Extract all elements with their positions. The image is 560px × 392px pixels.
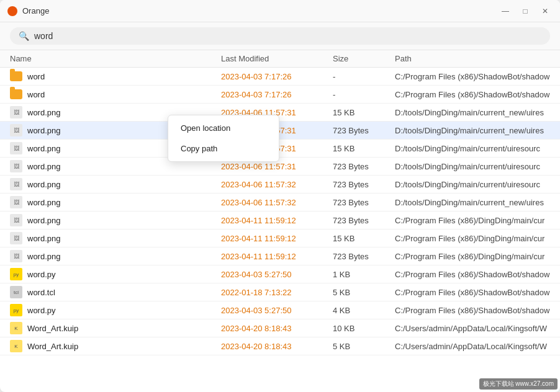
- table-row[interactable]: py word.py 2023-04-03 5:27:50 4 KB C:/Pr…: [0, 301, 560, 319]
- col-path: Path: [395, 54, 550, 63]
- image-icon: 🖼: [10, 106, 22, 118]
- file-type-icon: [10, 70, 22, 82]
- file-size: -: [333, 90, 395, 99]
- file-size: 723 Bytes: [333, 252, 395, 261]
- file-path: D:/tools/DingDing/main/current/uiresourc: [395, 180, 550, 189]
- file-size: 723 Bytes: [333, 198, 395, 207]
- table-row[interactable]: word 2023-04-03 7:17:26 - C:/Program Fil…: [0, 68, 560, 86]
- file-path: D:/tools/DingDing/main/current/uiresourc: [395, 144, 550, 153]
- main-window: Orange — □ ✕ 🔍 Name Last Modified Size P…: [0, 0, 560, 392]
- python-icon: py: [10, 304, 22, 316]
- file-name: word.py: [27, 306, 56, 315]
- table-row[interactable]: K Word_Art.kuip 2023-04-20 8:18:43 5 KB …: [0, 337, 560, 355]
- search-input-wrap: 🔍: [10, 27, 550, 45]
- search-bar: 🔍: [0, 22, 560, 50]
- file-path: C:/Program Files (x86)/DingDing/main/cur: [395, 216, 550, 225]
- python-icon: py: [10, 268, 22, 280]
- file-name-cell: 🖼 word.png: [10, 232, 221, 244]
- file-name: word.png: [27, 198, 60, 207]
- image-icon: 🖼: [10, 142, 22, 154]
- context-menu: Open location Copy path: [168, 115, 279, 162]
- file-name-cell: 🖼 word.png: [10, 250, 221, 262]
- file-size: 4 KB: [333, 306, 395, 315]
- file-name: word.py: [27, 270, 56, 279]
- file-name: word: [27, 72, 45, 81]
- file-path: D:/tools/DingDing/main/current_new/uires: [395, 198, 550, 207]
- file-list: word 2023-04-03 7:17:26 - C:/Program Fil…: [0, 68, 560, 392]
- kuip-icon: K: [10, 340, 22, 352]
- file-type-icon: 🖼: [10, 178, 22, 190]
- file-date: 2023-04-20 8:18:43: [221, 342, 333, 351]
- file-path: D:/tools/DingDing/main/current_new/uires: [395, 126, 550, 135]
- file-name-cell: K Word_Art.kuip: [10, 340, 221, 352]
- file-type-icon: 🖼: [10, 232, 22, 244]
- file-size: 15 KB: [333, 234, 395, 243]
- table-row[interactable]: 🖼 word.png 2023-04-06 11:57:31 15 KB D:/…: [0, 104, 560, 122]
- file-path: C:/Program Files (x86)/DingDing/main/cur: [395, 252, 550, 261]
- file-path: C:/Program Files (x86)/ShadowBot/shadow: [395, 288, 550, 297]
- table-row[interactable]: 🖼 word.png 2023-04-11 11:59:12 723 Bytes…: [0, 247, 560, 265]
- file-date: 2023-04-06 11:57:31: [221, 162, 333, 171]
- file-type-icon: 🖼: [10, 214, 22, 226]
- file-date: 2023-04-03 7:17:26: [221, 72, 333, 81]
- window-controls: — □ ✕: [498, 4, 553, 19]
- file-path: C:/Users/admin/AppData/Local/Kingsoft/W: [395, 342, 550, 351]
- file-type-icon: py: [10, 304, 22, 316]
- table-row[interactable]: 🖼 word.png 2023-04-06 11:57:31 723 Bytes…: [0, 122, 560, 140]
- file-name: word.png: [27, 234, 60, 243]
- image-icon: 🖼: [10, 250, 22, 262]
- table-row[interactable]: 🖼 word.png 2023-04-06 11:57:31 15 KB D:/…: [0, 140, 560, 158]
- minimize-button[interactable]: —: [498, 4, 513, 19]
- table-row[interactable]: tcl word.tcl 2022-01-18 7:13:22 5 KB C:/…: [0, 283, 560, 301]
- file-size: 723 Bytes: [333, 162, 395, 171]
- file-name-cell: tcl word.tcl: [10, 286, 221, 298]
- file-name: word.png: [27, 126, 60, 135]
- file-type-icon: 🖼: [10, 142, 22, 154]
- file-date: 2023-04-03 7:17:26: [221, 90, 333, 99]
- file-name: word.png: [27, 180, 60, 189]
- maximize-button[interactable]: □: [518, 4, 533, 19]
- file-date: 2023-04-03 5:27:50: [221, 306, 333, 315]
- file-name: Word_Art.kuip: [27, 324, 78, 333]
- file-name-cell: word: [10, 70, 221, 82]
- folder-icon: [10, 89, 22, 99]
- file-name: word.png: [27, 162, 60, 171]
- file-size: 1 KB: [333, 270, 395, 279]
- open-location-item[interactable]: Open location: [168, 118, 279, 138]
- file-type-icon: K: [10, 340, 22, 352]
- file-name: Word_Art.kuip: [27, 342, 78, 351]
- file-path: D:/tools/DingDing/main/current/uiresourc: [395, 162, 550, 171]
- app-icon: [7, 6, 17, 16]
- file-name-cell: 🖼 word.png: [10, 160, 221, 172]
- table-row[interactable]: 🖼 word.png 2023-04-06 11:57:31 723 Bytes…: [0, 158, 560, 176]
- table-row[interactable]: 🖼 word.png 2023-04-06 11:57:32 723 Bytes…: [0, 176, 560, 194]
- file-path: C:/Program Files (x86)/ShadowBot/shadow: [395, 90, 550, 99]
- file-date: 2023-04-11 11:59:12: [221, 252, 333, 261]
- file-size: 723 Bytes: [333, 180, 395, 189]
- file-name-cell: 🖼 word.png: [10, 214, 221, 226]
- table-row[interactable]: word 2023-04-03 7:17:26 - C:/Program Fil…: [0, 86, 560, 104]
- file-date: 2023-04-06 11:57:32: [221, 180, 333, 189]
- col-size: Size: [333, 54, 395, 63]
- file-size: -: [333, 72, 395, 81]
- file-type-icon: tcl: [10, 286, 22, 298]
- file-name-cell: word: [10, 88, 221, 100]
- image-icon: 🖼: [10, 214, 22, 226]
- folder-icon: [10, 71, 22, 81]
- table-row[interactable]: 🖼 word.png 2023-04-11 11:59:12 723 Bytes…: [0, 212, 560, 229]
- file-size: 5 KB: [333, 342, 395, 351]
- table-row[interactable]: 🖼 word.png 2023-04-11 11:59:12 15 KB C:/…: [0, 229, 560, 247]
- file-path: C:/Program Files (x86)/ShadowBot/shadow: [395, 270, 550, 279]
- close-button[interactable]: ✕: [538, 4, 553, 19]
- table-row[interactable]: 🖼 word.png 2023-04-06 11:57:32 723 Bytes…: [0, 194, 560, 212]
- table-row[interactable]: py word.py 2023-04-03 5:27:50 1 KB C:/Pr…: [0, 265, 560, 283]
- copy-path-item[interactable]: Copy path: [168, 138, 279, 159]
- file-path: C:/Program Files (x86)/ShadowBot/shadow: [395, 72, 550, 81]
- file-size: 5 KB: [333, 288, 395, 297]
- file-name: word.png: [27, 144, 60, 153]
- file-type-icon: 🖼: [10, 106, 22, 118]
- table-header: Name Last Modified Size Path: [0, 50, 560, 68]
- file-type-icon: 🖼: [10, 250, 22, 262]
- search-input[interactable]: [34, 31, 541, 41]
- table-row[interactable]: K Word_Art.kuip 2023-04-20 8:18:43 10 KB…: [0, 319, 560, 337]
